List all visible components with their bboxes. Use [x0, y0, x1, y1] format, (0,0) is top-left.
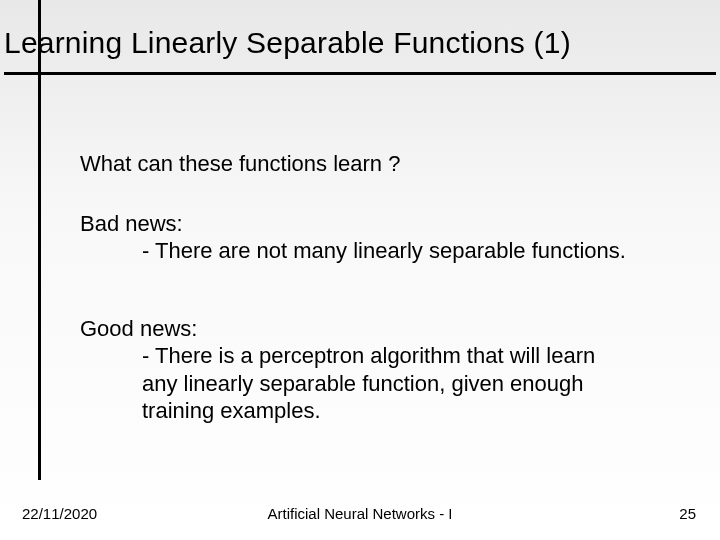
footer-title: Artificial Neural Networks - I: [0, 505, 720, 522]
good-news-heading: Good news:: [80, 315, 700, 343]
slide: Learning Linearly Separable Functions (1…: [0, 0, 720, 540]
good-news-line-2: any linearly separable function, given e…: [80, 370, 700, 398]
bad-news-heading: Bad news:: [80, 210, 700, 238]
good-news-block: Good news: - There is a perceptron algor…: [80, 315, 700, 425]
good-news-line-3: training examples.: [80, 397, 700, 425]
footer-page-number: 25: [679, 505, 696, 522]
good-news-line-1: - There is a perceptron algorithm that w…: [80, 342, 700, 370]
slide-body: What can these functions learn ? Bad new…: [80, 150, 700, 425]
question-text: What can these functions learn ?: [80, 150, 700, 178]
horizontal-rule: [4, 72, 716, 75]
slide-title: Learning Linearly Separable Functions (1…: [4, 26, 571, 60]
bad-news-line: - There are not many linearly separable …: [80, 237, 700, 265]
bad-news-block: Bad news: - There are not many linearly …: [80, 210, 700, 265]
